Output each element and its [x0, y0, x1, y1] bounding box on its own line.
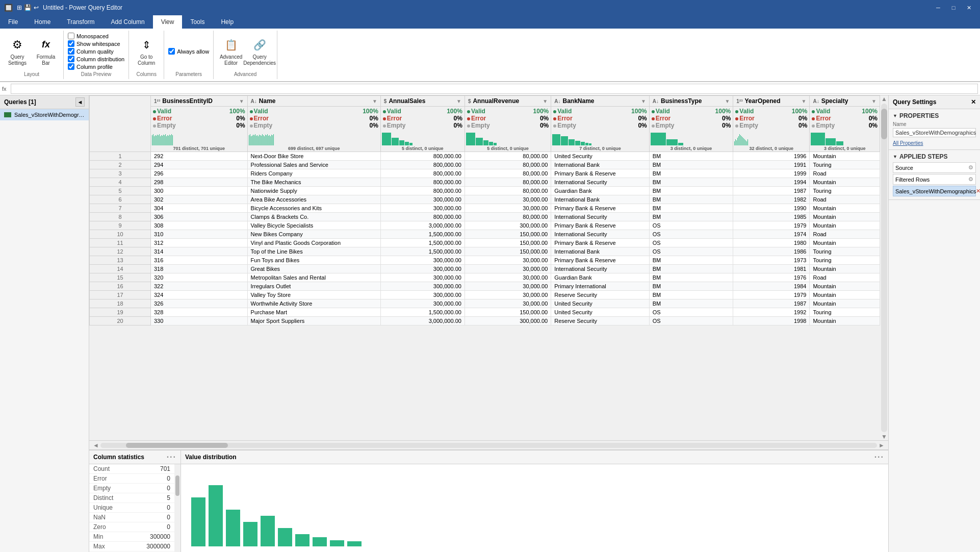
- name-filter-btn[interactable]: ▼: [372, 98, 377, 104]
- col-header-businessentityid[interactable]: 1²³ BusinessEntityID ▼ Valid100% Error0%: [151, 96, 248, 152]
- tab-transform[interactable]: Transform: [59, 15, 102, 29]
- col-header-businesstype[interactable]: A↓ BusinessType ▼ Valid100% Error0% Emp: [649, 96, 733, 152]
- col-header-annualrevenue[interactable]: $ AnnualRevenue ▼ Valid100% Error0% Emp: [465, 96, 551, 152]
- dist-bar[interactable]: 800000: [243, 522, 257, 546]
- table-row[interactable]: 5300Nationwide Supply800,000.0080,000.00…: [90, 187, 880, 195]
- tab-view[interactable]: View: [153, 15, 183, 29]
- sidebar-collapse-button[interactable]: ◄: [75, 97, 85, 107]
- right-panel-close-button[interactable]: ✕: [971, 98, 976, 106]
- grid-inner[interactable]: 1²³ BusinessEntityID ▼ Valid100% Error0%: [89, 95, 880, 440]
- table-row[interactable]: 20330Major Sport Suppliers3,000,000.0030…: [90, 317, 880, 325]
- step-gear-icon[interactable]: ⚙: [968, 176, 973, 183]
- scroll-right-arrow[interactable]: ►: [877, 442, 886, 449]
- query-settings-button[interactable]: ⚙ QuerySettings: [4, 34, 31, 69]
- tab-home[interactable]: Home: [26, 15, 59, 29]
- formula-bar-input[interactable]: [11, 84, 978, 94]
- dist-bar[interactable]: [347, 541, 362, 546]
- vertical-scroll-track[interactable]: [881, 104, 887, 432]
- table-row[interactable]: 11312Vinyl and Plastic Goods Corporation…: [90, 239, 880, 247]
- table-row[interactable]: 19328Purchase Mart1,500,000.00150,000.00…: [90, 308, 880, 317]
- table-row[interactable]: 16322Irregulars Outlet300,000.0030,000.0…: [90, 282, 880, 291]
- dist-bar[interactable]: 300000: [191, 497, 205, 546]
- column-stats-menu-button[interactable]: ···: [167, 453, 176, 462]
- column-quality-checkbox[interactable]: [68, 48, 74, 55]
- table-row[interactable]: 9308Valley Bicycle Specialists3,000,000.…: [90, 221, 880, 230]
- dist-bar[interactable]: [261, 516, 275, 546]
- dist-bar[interactable]: 3000000: [313, 537, 327, 546]
- sidebar-item-query[interactable]: Sales_vStoreWithDemographics: [0, 109, 89, 120]
- tab-help[interactable]: Help: [213, 15, 242, 29]
- advanced-editor-button[interactable]: 📋 AdvancedEditor: [218, 34, 244, 69]
- table-row[interactable]: 2294Professional Sales and Service800,00…: [90, 161, 880, 169]
- table-row[interactable]: 14318Great Bikes300,000.0030,000.00Inter…: [90, 265, 880, 273]
- show-whitespace-checkbox[interactable]: [68, 40, 74, 47]
- formula-bar-button[interactable]: fx Formula Bar: [33, 34, 59, 69]
- step-delete-icon[interactable]: ✕: [976, 188, 980, 194]
- table-row[interactable]: 1292Next-Door Bike Store800,000.0080,000…: [90, 152, 880, 161]
- yearopened-filter-btn[interactable]: ▼: [802, 98, 807, 104]
- column-profile-checkbox[interactable]: [68, 63, 74, 70]
- table-row[interactable]: 3296Riders Company800,000.0080,000.00Pri…: [90, 169, 880, 178]
- table-row[interactable]: 6302Area Bike Accessories300,000.0030,00…: [90, 195, 880, 204]
- vertical-scroll-thumb[interactable]: [881, 109, 887, 139]
- applied-step-item[interactable]: Source⚙: [893, 162, 976, 173]
- scroll-left-arrow[interactable]: ◄: [91, 442, 100, 449]
- dist-bar[interactable]: [330, 540, 344, 546]
- table-row[interactable]: 13316Fun Toys and Bikes300,000.0030,000.…: [90, 256, 880, 265]
- maximize-button[interactable]: □: [946, 3, 961, 13]
- column-distribution-check[interactable]: Column distribution: [68, 56, 124, 62]
- applied-step-item[interactable]: Sales_vStoreWithDemographics✕: [893, 186, 976, 196]
- stats-scroll-thumb[interactable]: [175, 475, 179, 496]
- tab-add-column[interactable]: Add Column: [103, 15, 153, 29]
- col-header-annualsales[interactable]: $ AnnualSales ▼ Valid100% Error0% Empty: [380, 96, 465, 152]
- table-row[interactable]: 7304Bicycle Accessories and Kits300,000.…: [90, 204, 880, 213]
- col-header-yearopened[interactable]: 1²³ YearOpened ▼ Valid100% Error0% Empt: [733, 96, 810, 152]
- col-header-name[interactable]: A↓ Name ▼ Valid100% Error0% Empty0%: [247, 96, 380, 152]
- minimize-button[interactable]: ─: [931, 3, 945, 13]
- table-row[interactable]: 8306Clamps & Brackets Co.800,000.0080,00…: [90, 213, 880, 221]
- tab-file[interactable]: File: [0, 15, 26, 29]
- dist-bar[interactable]: [295, 534, 310, 546]
- bankname-filter-btn[interactable]: ▼: [641, 98, 646, 104]
- col-header-bankname[interactable]: A↓ BankName ▼ Valid100% Error0% Empty0%: [551, 96, 650, 152]
- annualrevenue-filter-btn[interactable]: ▼: [543, 98, 548, 104]
- specialty-filter-btn[interactable]: ▼: [871, 98, 876, 104]
- table-row[interactable]: 4298The Bike Mechanics800,000.0080,000.0…: [90, 178, 880, 187]
- column-distribution-checkbox[interactable]: [68, 56, 74, 62]
- horizontal-scrollbar[interactable]: ◄ ►: [89, 440, 888, 449]
- columns-items: ⇕ Go toColumn: [133, 33, 160, 70]
- table-row[interactable]: 18326Worthwhile Activity Store300,000.00…: [90, 299, 880, 308]
- table-row[interactable]: 15320Metropolitan Sales and Rental300,00…: [90, 273, 880, 282]
- step-gear-icon[interactable]: ⚙: [968, 164, 973, 171]
- always-allow-check[interactable]: Always allow: [168, 48, 209, 55]
- horizontal-scroll-thumb[interactable]: [126, 443, 228, 448]
- monospaced-checkbox[interactable]: [68, 33, 74, 39]
- close-button[interactable]: ✕: [962, 3, 976, 13]
- tab-tools[interactable]: Tools: [182, 15, 213, 29]
- vertical-scrollbar[interactable]: ▲ ▼: [880, 95, 888, 440]
- show-whitespace-check[interactable]: Show whitespace: [68, 40, 120, 47]
- businessentityid-filter-btn[interactable]: ▼: [239, 98, 244, 104]
- column-quality-check[interactable]: Column quality: [68, 48, 114, 55]
- go-to-column-button[interactable]: ⇕ Go toColumn: [133, 34, 160, 69]
- scroll-up-arrow[interactable]: ▲: [881, 95, 887, 103]
- applied-step-item[interactable]: Filtered Rows⚙: [893, 174, 976, 185]
- scroll-down-arrow[interactable]: ▼: [881, 433, 887, 440]
- stats-scrollbar[interactable]: [174, 464, 180, 552]
- all-properties-link[interactable]: All Properties: [893, 140, 923, 146]
- value-dist-menu-button[interactable]: ···: [874, 453, 884, 462]
- annualsales-filter-btn[interactable]: ▼: [456, 98, 461, 104]
- dist-bar[interactable]: [226, 510, 240, 546]
- col-header-specialty[interactable]: A↓ Specialty ▼ Valid100% Error0% Empty0: [810, 96, 880, 152]
- table-row[interactable]: 10310New Bikes Company1,500,000.00150,00…: [90, 230, 880, 239]
- horizontal-scroll-track[interactable]: [100, 443, 877, 448]
- dist-bar[interactable]: [209, 485, 223, 546]
- businesstype-filter-btn[interactable]: ▼: [725, 98, 730, 104]
- query-dependencies-button[interactable]: 🔗 QueryDependencies: [246, 34, 273, 69]
- monospaced-check[interactable]: Monospaced: [68, 33, 109, 39]
- table-row[interactable]: 17324Valley Toy Store300,000.0030,000.00…: [90, 291, 880, 299]
- always-allow-checkbox[interactable]: [168, 48, 175, 55]
- column-profile-check[interactable]: Column profile: [68, 63, 113, 70]
- dist-bar[interactable]: 1500000: [278, 528, 292, 546]
- table-row[interactable]: 12314Top of the Line Bikes1,500,000.0015…: [90, 247, 880, 256]
